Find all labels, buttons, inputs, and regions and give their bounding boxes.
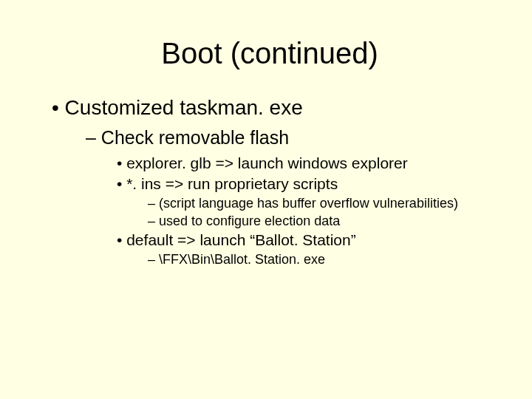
bullet-level4: used to configure election data bbox=[148, 214, 495, 229]
bullet-level1: Customized taskman. exe bbox=[52, 96, 495, 120]
bullet-level4: (script language has buffer overflow vul… bbox=[148, 196, 495, 211]
bullet-level3: *. ins => run proprietary scripts bbox=[117, 175, 495, 193]
slide-title: Boot (continued) bbox=[44, 37, 495, 70]
bullet-level3: default => launch “Ballot. Station” bbox=[117, 231, 495, 249]
slide: Boot (continued) Customized taskman. exe… bbox=[0, 0, 532, 399]
bullet-level2: Check removable flash bbox=[86, 127, 495, 149]
bullet-level3: explorer. glb => launch windows explorer bbox=[117, 154, 495, 172]
bullet-level4: \FFX\Bin\Ballot. Station. exe bbox=[148, 252, 495, 267]
